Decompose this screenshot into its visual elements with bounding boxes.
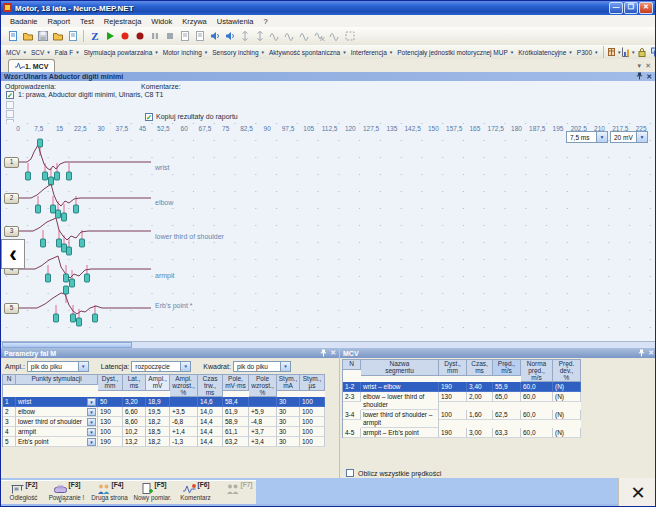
lead-checkbox-2[interactable] bbox=[6, 101, 14, 109]
test-scv-button[interactable]: SCV▼ bbox=[29, 49, 53, 56]
waveform-area[interactable]: 07,51522,53037,54552,56067,57582,59097,5… bbox=[1, 122, 656, 341]
column-header[interactable]: Stym.,µs bbox=[300, 375, 325, 391]
screens-layout-icon[interactable] bbox=[649, 45, 656, 59]
test-kr-tkolatencyjne-button[interactable]: Krótkolatencyjne▼ bbox=[516, 49, 575, 56]
bottom-close-button[interactable]: ✕ bbox=[618, 478, 656, 507]
column-header[interactable]: Dyst.,mm bbox=[439, 360, 467, 376]
fkey-button-f3[interactable]: ▼[F3]Powiązanie ! bbox=[45, 481, 88, 501]
column-header[interactable]: Ampl.wzrost.,% bbox=[170, 375, 198, 397]
column-header[interactable]: Punkty stymulacji bbox=[16, 375, 98, 385]
close-button[interactable]: ✕ bbox=[639, 2, 653, 14]
pin-icon[interactable] bbox=[636, 72, 643, 81]
lock-icon[interactable] bbox=[635, 45, 649, 59]
start-icon[interactable] bbox=[102, 29, 117, 43]
mwave-close-icon[interactable]: ✕ bbox=[330, 349, 336, 357]
test-stymulacja-powtarzalna-button[interactable]: Stymulacja powtarzalna▼ bbox=[82, 49, 161, 56]
chevron-down-icon[interactable]: ▼ bbox=[87, 428, 96, 436]
table-row[interactable]: 4-5armpit – Erb's point1903,0063,360,0(N… bbox=[343, 428, 581, 438]
test-interferencja-button[interactable]: Interferencja▼ bbox=[349, 49, 396, 56]
tab-1-mcv[interactable]: 1. MCV bbox=[8, 59, 55, 72]
restore-button[interactable]: ❐ bbox=[624, 2, 638, 14]
tab-scroll-icon[interactable]: ▾ bbox=[638, 62, 642, 70]
column-header[interactable]: Pole,mV·ms bbox=[223, 375, 249, 391]
menu--[interactable]: ? bbox=[258, 17, 272, 26]
latency-select[interactable]: rozpoczęcie▼ bbox=[131, 361, 191, 372]
chevron-down-icon[interactable]: ▼ bbox=[87, 398, 96, 406]
lead-checkbox-1[interactable]: ✓ bbox=[6, 91, 14, 99]
table-row[interactable]: 5▼Erb's point19013,218,2-1,314,463,2+3,4… bbox=[3, 437, 325, 447]
menu-rejestracja[interactable]: Rejestracja bbox=[99, 17, 147, 26]
mwave-table[interactable]: NPunkty stymulacjiDyst.,mmLat.,msAmpl.,m… bbox=[2, 374, 325, 447]
table-row[interactable]: 2-3elbow – lower third of shoulder1302,0… bbox=[343, 392, 581, 410]
test-motor-inching-button[interactable]: Motor inching▼ bbox=[161, 49, 211, 56]
fkey-button-f2[interactable]: [F2]Odległość bbox=[2, 481, 45, 501]
averaging-icon[interactable]: Z bbox=[87, 29, 102, 43]
fkey-button-f4[interactable]: [F4]Druga strona bbox=[88, 481, 131, 501]
table-row[interactable]: 3-4lower third of shoulder – armpit1001,… bbox=[343, 410, 581, 428]
mcv-panel-titlebar[interactable]: MCV ✕ bbox=[340, 348, 656, 358]
chevron-down-icon[interactable]: ▼ bbox=[87, 418, 96, 426]
sound-stim-icon[interactable] bbox=[222, 29, 237, 43]
table-row[interactable]: 2▼elbow1906,6019,5+3,514,061,9+5,930100 bbox=[3, 407, 325, 417]
channel-button-5[interactable]: 5 bbox=[4, 303, 19, 314]
column-header[interactable]: Polewzrost.,% bbox=[249, 375, 277, 397]
column-header[interactable]: Stym.,mA bbox=[277, 375, 300, 391]
column-header[interactable]: Czastrw.,ms bbox=[198, 375, 223, 397]
pattern-close-icon[interactable]: ✕ bbox=[646, 73, 652, 81]
mcv-close-icon[interactable]: ✕ bbox=[648, 349, 654, 357]
column-header[interactable]: Pręd.dev.,% bbox=[553, 360, 581, 382]
sound-on-icon[interactable] bbox=[207, 29, 222, 43]
export-exam-icon[interactable] bbox=[50, 29, 65, 43]
mcv-table[interactable]: NNazwasegmentuDyst.,mmCzas,msPręd.,m/sNo… bbox=[342, 359, 581, 438]
collapse-panel-button[interactable]: ‹ bbox=[1, 239, 25, 269]
record-stop-icon[interactable] bbox=[132, 29, 147, 43]
waveform-hscrollbar[interactable] bbox=[1, 341, 656, 348]
mwave-panel-titlebar[interactable]: Parametry fal M ✕ bbox=[1, 348, 339, 358]
pin-icon[interactable] bbox=[638, 349, 645, 358]
minimize-button[interactable]: — bbox=[609, 2, 623, 14]
new-test-icon[interactable] bbox=[65, 29, 80, 43]
column-header[interactable]: Ampl.,mV bbox=[146, 375, 170, 391]
table-row[interactable]: 4▼armpit10010,218,5+1,414,461,1+3,730100 bbox=[3, 427, 325, 437]
channel-button-2[interactable]: 2 bbox=[4, 193, 19, 204]
pin-icon[interactable] bbox=[320, 349, 327, 358]
chevron-down-icon[interactable]: ▼ bbox=[87, 408, 96, 416]
open-exam-icon[interactable] bbox=[20, 29, 35, 43]
fkey-button-f5[interactable]: [F5]Nowy pomiar. bbox=[131, 481, 174, 501]
menu-krzywa[interactable]: Krzywa bbox=[177, 17, 212, 26]
menu-raport[interactable]: Raport bbox=[43, 17, 76, 26]
column-header[interactable]: Lat.,ms bbox=[123, 375, 146, 391]
table-row[interactable]: 1-2wrist – elbow1903,4055,960,0(N) bbox=[343, 382, 581, 392]
test-sensory-inching-button[interactable]: Sensory inching▼ bbox=[210, 49, 267, 56]
channel-button-3[interactable]: 3 bbox=[4, 226, 19, 237]
column-header[interactable]: Czas,ms bbox=[467, 360, 493, 376]
menu-widok[interactable]: Widok bbox=[146, 17, 177, 26]
column-header[interactable]: Pręd.,m/s bbox=[493, 360, 521, 376]
column-header[interactable]: Dyst.,mm bbox=[98, 375, 123, 391]
new-exam-icon[interactable] bbox=[5, 29, 20, 43]
column-header[interactable]: Normapręd.,m/s bbox=[521, 360, 553, 382]
calc-all-checkbox[interactable] bbox=[346, 469, 354, 477]
histogram-icon[interactable]: ▼ bbox=[621, 45, 635, 59]
test-fala-f-button[interactable]: Fala F▼ bbox=[53, 49, 82, 56]
report-table-icon[interactable]: ▼ bbox=[607, 45, 621, 59]
table-row[interactable]: 1▼wrist503,2018,914,658,430100 bbox=[3, 397, 325, 407]
ampl-select[interactable]: pik do piku▼ bbox=[27, 361, 89, 372]
menu-ustawienia[interactable]: Ustawienia bbox=[212, 17, 259, 26]
chevron-down-icon[interactable]: ▼ bbox=[87, 438, 96, 446]
test-p300-button[interactable]: P300▼ bbox=[575, 49, 601, 56]
square-select[interactable]: pik do piku▼ bbox=[233, 361, 291, 372]
tab-close-icon[interactable]: ✕ bbox=[645, 62, 651, 70]
menu-test[interactable]: Test bbox=[75, 17, 99, 26]
channel-button-1[interactable]: 1 bbox=[4, 157, 19, 168]
table-row[interactable]: 3▼lower third of shoulder1308,6018,2-6,8… bbox=[3, 417, 325, 427]
test-mcv-button[interactable]: MCV▼ bbox=[4, 49, 29, 56]
lead-checkbox-3[interactable] bbox=[6, 110, 14, 118]
test-aktywno-spontaniczna-button[interactable]: Aktywność spontaniczna▼ bbox=[267, 49, 349, 56]
menu-badanie[interactable]: Badanie bbox=[5, 17, 43, 26]
copy-results-checkbox[interactable]: ✓ bbox=[145, 113, 153, 121]
column-header[interactable]: N bbox=[3, 375, 16, 385]
column-header[interactable]: N bbox=[343, 360, 361, 370]
test-potencja-y-jednostki-motorycznej-mup-button[interactable]: Potencjały jednostki motorycznej MUP▼ bbox=[395, 49, 516, 56]
record-icon[interactable] bbox=[117, 29, 132, 43]
